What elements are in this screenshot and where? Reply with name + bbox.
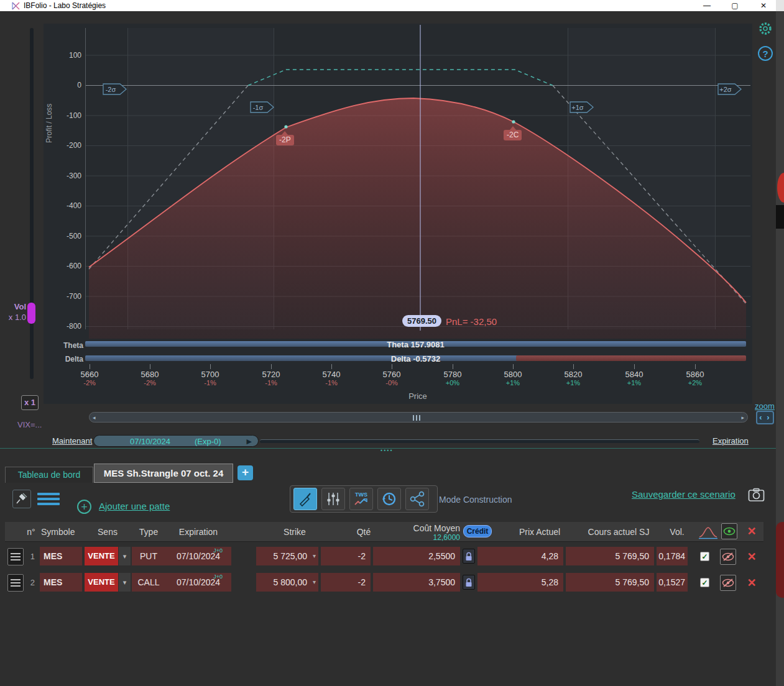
qte-cell[interactable]: -2 [321, 547, 371, 565]
header-strike: Strike [264, 527, 326, 537]
help-icon[interactable]: ? [758, 46, 773, 61]
toggle-all-visibility-button[interactable] [721, 523, 737, 539]
share-tool-button[interactable] [405, 488, 429, 510]
vol-x1-button[interactable]: x 1 [21, 395, 39, 410]
vol-slider-track[interactable] [30, 28, 34, 379]
y-axis-title: Profit / Loss [45, 104, 53, 143]
lock-icon [465, 578, 473, 587]
strike-cell[interactable]: 5 725,00 ▾ [256, 547, 318, 565]
scrollbar-grip[interactable] [413, 415, 420, 421]
add-leg-link[interactable]: Ajouter une patte [99, 501, 170, 511]
minimize-button[interactable]: — [698, 1, 716, 11]
svg-text:+1σ: +1σ [571, 104, 584, 111]
y-tick: -500 [57, 232, 81, 240]
current-price-badge[interactable]: 5769.50 [402, 315, 441, 327]
draw-tool-button[interactable] [293, 488, 317, 510]
put-leg-tag[interactable]: -2P [276, 135, 294, 145]
x-tick: 5760 [373, 370, 410, 379]
header-cours: Cours actuel SJ [577, 527, 660, 537]
strike-dropdown-icon[interactable]: ▾ [313, 573, 316, 592]
mode-label: Mode Construction [439, 495, 512, 505]
delta-row-label: Delta [62, 355, 83, 364]
row-checkbox[interactable]: ✓ [700, 578, 709, 587]
now-link[interactable]: Maintenant [52, 436, 92, 446]
save-scenario-link[interactable]: Sauvegarder ce scenario [632, 489, 736, 500]
cout-cell[interactable]: 2,5500 [373, 547, 460, 565]
x-tick: 5820 [555, 370, 592, 379]
background-titlebar-sliver [776, 0, 784, 11]
cout-cell[interactable]: 3,7500 [373, 573, 460, 592]
row-drag-handle[interactable] [7, 548, 24, 565]
row-delete-button[interactable]: ✕ [744, 549, 760, 565]
settings-gear-icon[interactable] [758, 21, 773, 36]
tab-dashboard[interactable]: Tableau de bord [5, 467, 93, 483]
tws-tool-button[interactable]: TWS [349, 488, 373, 510]
credit-badge[interactable]: Crédit [463, 525, 492, 537]
expiration-cell[interactable]: J+0 07/10/2024 [165, 547, 231, 565]
add-leg-plus-icon[interactable]: + [77, 500, 91, 514]
call-leg-tag[interactable]: -2C [504, 130, 522, 140]
chart-scrollbar[interactable]: ◂ ▸ [89, 412, 748, 423]
svg-text:-1σ: -1σ [253, 104, 264, 111]
date-slider-track[interactable] [260, 439, 699, 443]
zoom-range-button[interactable]: ‹ › [756, 411, 774, 424]
screenshot-camera-icon[interactable] [748, 488, 765, 502]
strike-cell[interactable]: 5 800,00 ▾ [256, 573, 318, 592]
x-tick-pct: +1% [494, 379, 532, 386]
curve-column-icon[interactable] [698, 524, 719, 541]
row-visibility-button[interactable] [720, 549, 736, 565]
zoom-label[interactable]: zoom [754, 401, 776, 411]
header-num: n° [24, 527, 39, 537]
type-cell[interactable]: CALL [132, 573, 165, 592]
type-cell[interactable]: PUT [132, 547, 165, 565]
vol-slider-handle[interactable] [27, 303, 35, 324]
date-step-icon[interactable]: ▶ [247, 437, 252, 446]
tab-strategy[interactable]: MES Sh.Strangle 07 oct. 24 [94, 464, 233, 483]
delete-all-button[interactable]: ✕ [744, 523, 760, 539]
row-checkbox[interactable]: ✓ [700, 552, 709, 561]
row-visibility-button[interactable] [720, 575, 736, 591]
adjust-tool-button[interactable] [321, 488, 345, 510]
scroll-left-icon[interactable]: ◂ [93, 414, 96, 421]
expiration-cell[interactable]: J+0 07/10/2024 [165, 573, 231, 592]
date-slider-thumb[interactable]: 07/10/2024 (Exp-0) ▶ [93, 435, 259, 447]
pin-button[interactable] [12, 490, 31, 508]
lock-icon [465, 552, 473, 561]
y-tick: -100 [57, 111, 81, 120]
row-drag-handle[interactable] [7, 574, 24, 592]
scroll-right-icon[interactable]: ▸ [741, 414, 744, 421]
history-tool-button[interactable] [377, 488, 401, 510]
sens-dropdown-icon[interactable]: ▾ [119, 573, 131, 592]
close-button[interactable]: ✕ [754, 1, 773, 11]
sens-cell[interactable]: VENTE ▾ [85, 573, 131, 592]
expiration-link[interactable]: Expiration [713, 436, 749, 446]
vol-cell: 0,1784 [657, 547, 688, 565]
strike-value: 5 800,00 [274, 577, 308, 587]
header-cout: Coût Moyen [384, 523, 460, 533]
symbole-cell[interactable]: MES [40, 547, 82, 565]
x-tick: 5660 [71, 370, 108, 379]
add-tab-button[interactable]: + [238, 465, 253, 480]
trowel-icon [297, 491, 313, 507]
prix-cell: 4,28 [477, 547, 563, 565]
row-delete-button[interactable]: ✕ [744, 575, 760, 591]
symbole-cell[interactable]: MES [40, 573, 82, 592]
header-symbole: Symbole [40, 527, 82, 537]
x-tick: 5740 [313, 370, 350, 379]
strike-dropdown-icon[interactable]: ▾ [313, 547, 316, 565]
cours-cell: 5 769,50 [566, 573, 654, 592]
tws-label: TWS [355, 492, 367, 498]
title-bar: IBFolio - Labo Stratégies [0, 0, 776, 11]
maximize-button[interactable]: ▢ [726, 1, 744, 11]
pushpin-icon [13, 490, 30, 508]
menu-button[interactable] [37, 493, 60, 508]
days-to-exp: J+0 [213, 541, 223, 560]
lock-button[interactable] [463, 549, 475, 564]
sens-dropdown-icon[interactable]: ▾ [119, 547, 131, 565]
qte-cell[interactable]: -2 [321, 573, 371, 592]
payoff-plot[interactable] [85, 25, 752, 339]
sliders-icon [325, 491, 341, 507]
sens-cell[interactable]: VENTE ▾ [85, 547, 131, 565]
splitter-handle[interactable]: •••• [380, 447, 394, 454]
lock-button[interactable] [463, 575, 475, 590]
